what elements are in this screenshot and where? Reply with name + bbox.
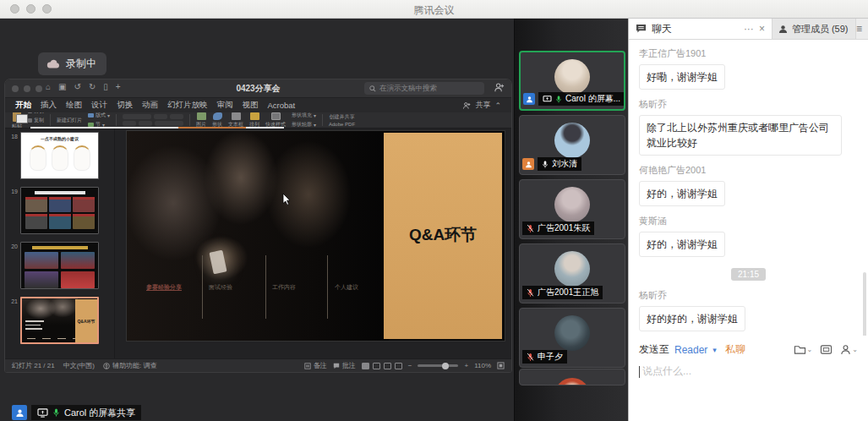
video-tile-shenzixi[interactable]: 申子夕 (519, 308, 625, 368)
chat-more-button[interactable]: ··· (744, 23, 754, 35)
quick-styles-button[interactable]: 快速样式 (265, 112, 286, 128)
notes-button[interactable]: 备注 (304, 361, 327, 370)
language-indicator[interactable]: 中文(中国) (63, 361, 95, 370)
screen-share-icon (543, 96, 552, 103)
slide-nav-divider (265, 255, 266, 319)
zoom-level[interactable]: 110% (474, 362, 491, 369)
tab-insert[interactable]: 插入 (41, 100, 57, 111)
comments-button[interactable]: 批注 (333, 361, 356, 370)
adobe-pdf-button[interactable]: 创建并共享 Adobe PDF (329, 113, 355, 127)
new-slide-button[interactable]: 新建幻灯片 (57, 117, 82, 124)
zoom-in-button[interactable]: + (464, 362, 468, 369)
tab-review[interactable]: 审阅 (217, 100, 233, 111)
tab-manage-members[interactable]: 管理成员 (59) (772, 19, 856, 39)
message-bubble: 好嘞，谢谢学姐 (639, 64, 725, 90)
slide-sorter-view-icon[interactable] (373, 363, 380, 369)
insert-picture-button[interactable]: 图片 (196, 112, 206, 128)
tab-draw[interactable]: 绘图 (66, 100, 82, 111)
ppt-ribbon-tabs: 开始 插入 绘图 设计 切换 动画 幻灯片放映 审阅 视图 Acrobat (5, 98, 511, 112)
video-tile-carol[interactable]: Carol 的屏幕... (519, 51, 625, 111)
ribbon-share-label[interactable]: 共享 (475, 100, 490, 111)
ppt-share-button[interactable] (494, 82, 505, 93)
ppt-titlebar: ⌂ ▣ ↺ ↻ ▯ + 0423分享会 在演示文稿中搜索 (5, 79, 511, 98)
chat-message-list[interactable]: 李正信广告1901 好嘞，谢谢学姐 杨昕乔 除了北上以外苏州重庆或者哪里广告公司… (629, 40, 868, 336)
arrange-button[interactable]: 排列 (249, 112, 259, 128)
copy-button[interactable]: 复制 (28, 117, 44, 124)
slideshow-view-icon[interactable] (395, 363, 402, 369)
thumb20-image-grid (21, 252, 98, 288)
ppt-search-box[interactable]: 在演示文稿中搜索 (364, 82, 484, 95)
chat-message: 李正信广告1901 好嘞，谢谢学姐 (639, 47, 858, 90)
video-tile-liushuiqing[interactable]: 刘水清 (519, 115, 625, 175)
chat-composer: 发送至 Reader ▾ 私聊 ⌄ (629, 336, 868, 421)
members-icon (778, 25, 788, 34)
mic-muted-icon (527, 224, 534, 233)
recipient-caret-icon[interactable]: ▾ (712, 346, 717, 354)
recording-indicator[interactable]: 录制中 (38, 52, 106, 75)
cut-button[interactable]: 剪切 (28, 112, 44, 115)
layout-button[interactable]: 版式▾ (88, 112, 110, 119)
video-tile-zhuyue[interactable]: 广告2001朱跃 (519, 179, 625, 239)
view-switcher[interactable] (362, 363, 402, 369)
video-tile-partial[interactable] (519, 369, 625, 385)
collapse-ribbon-icon[interactable]: ⌃ (494, 101, 501, 110)
tab-slideshow[interactable]: 幻灯片放映 (167, 100, 208, 111)
tencent-meeting-window: 腾讯会议 录制中 ⌂ ▣ ↺ ↻ ▯ (0, 0, 868, 421)
screen-share-banner-text: Carol 的屏幕共享 (64, 407, 135, 419)
tab-design[interactable]: 设计 (91, 100, 107, 111)
current-slide[interactable]: 参赛经验分享 面试经验 工作内容 个人建议 Q&A环节 (126, 130, 505, 342)
message-bubble: 除了北上以外苏州重庆或者哪里广告公司就业比较好 (639, 115, 842, 156)
chat-input[interactable]: 说点什么... (639, 364, 858, 379)
insert-textbox-button[interactable]: 文本框 (228, 112, 243, 128)
new-slide-icon (16, 114, 28, 123)
insert-shapes-button[interactable]: 形状 (212, 112, 222, 128)
shared-screen-region: 录制中 ⌂ ▣ ↺ ↻ ▯ + 0423分享会 (0, 19, 514, 421)
message-bubble: 好的，谢谢学姐 (639, 181, 725, 206)
shape-outline-button[interactable]: 形状轮廓▾ (292, 121, 316, 128)
zoom-slider[interactable] (418, 364, 458, 367)
tab-transitions[interactable]: 切换 (117, 100, 133, 111)
normal-view-icon[interactable] (362, 363, 369, 369)
chat-menu-button[interactable]: ≡ (856, 19, 868, 39)
fit-to-window-icon[interactable] (497, 362, 505, 369)
ribbon-scrollbar[interactable] (30, 127, 284, 128)
tab-home[interactable]: 开始 (15, 100, 31, 111)
slide-thumbnail-18[interactable]: 一点不成熟的小建议 (20, 132, 99, 179)
folder-icon (794, 344, 806, 355)
slide-nav-divider (327, 255, 328, 319)
slide-nav-item-current: 参赛经验分享 (146, 283, 182, 292)
share-person-icon (494, 82, 505, 93)
share-person-icon (462, 101, 471, 110)
powerpoint-window: ⌂ ▣ ↺ ↻ ▯ + 0423分享会 在演示文稿中搜索 (4, 79, 512, 373)
arrange-icon (250, 112, 259, 120)
send-file-button[interactable]: ⌄ (794, 344, 813, 355)
message-sender: 李正信广告1901 (639, 47, 858, 60)
slide-thumbnail-20[interactable] (20, 242, 99, 289)
avatar (554, 315, 590, 351)
private-chat-label[interactable]: 私聊 (725, 342, 745, 357)
zoom-out-button[interactable]: − (408, 362, 412, 369)
quick-styles-icon (271, 112, 281, 120)
tab-animations[interactable]: 动画 (142, 100, 158, 111)
video-tile-wangzhengxu[interactable]: 广告2001王正旭 (519, 243, 625, 303)
chat-tab-label: 聊天 (652, 22, 672, 36)
message-sender: 黄斯涵 (639, 215, 858, 227)
reading-view-icon[interactable] (384, 363, 391, 369)
tab-view[interactable]: 视图 (243, 100, 259, 111)
slide-editor-canvas[interactable]: 参赛经验分享 面试经验 工作内容 个人建议 Q&A环节 (115, 128, 511, 358)
zoom-slider-knob[interactable] (442, 363, 449, 369)
shape-fill-button[interactable]: 形状填充▾ (292, 112, 316, 119)
tab-acrobat[interactable]: Acrobat (268, 101, 296, 110)
tab-chat[interactable]: 聊天 ··· × (629, 19, 772, 39)
slide-number: 19 (7, 189, 18, 194)
screenshot-button[interactable] (820, 344, 833, 355)
accessibility-status[interactable]: 辅助功能: 调查 (103, 361, 156, 370)
slide-thumbnail-19[interactable] (20, 187, 99, 234)
mention-member-button[interactable]: ⌄ (840, 344, 858, 355)
slide-thumbnail-21-selected[interactable]: Q&A环节 (20, 297, 99, 344)
chat-scrollbar[interactable] (863, 272, 866, 345)
chat-close-button[interactable]: × (759, 23, 765, 35)
recipient-selector[interactable]: Reader (674, 344, 707, 356)
participant-name: 广告2001王正旭 (538, 287, 598, 298)
message-sender: 杨昕乔 (639, 98, 858, 111)
